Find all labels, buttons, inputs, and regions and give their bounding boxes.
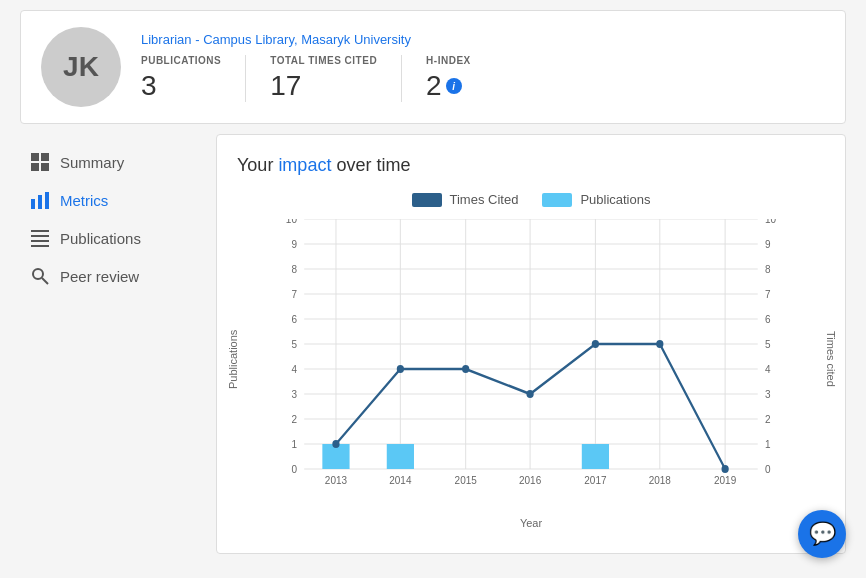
svg-text:0: 0 — [291, 463, 297, 476]
y-axis-left-label: Publications — [227, 219, 239, 499]
svg-rect-10 — [31, 245, 49, 247]
svg-text:5: 5 — [765, 338, 771, 351]
svg-text:9: 9 — [765, 238, 771, 251]
hindex-info-icon[interactable]: i — [446, 78, 462, 94]
dot-2013 — [332, 440, 339, 448]
svg-rect-3 — [41, 163, 49, 171]
svg-text:2017: 2017 — [584, 474, 606, 487]
publications-label: PUBLICATIONS — [141, 55, 221, 66]
avatar: JK — [41, 27, 121, 107]
publications-stat: PUBLICATIONS 3 — [141, 55, 246, 102]
publications-label: Publications — [60, 230, 141, 247]
svg-text:10: 10 — [765, 219, 776, 225]
svg-rect-1 — [41, 153, 49, 161]
svg-text:8: 8 — [291, 263, 297, 276]
chat-button[interactable]: 💬 — [798, 510, 846, 554]
svg-text:2013: 2013 — [325, 474, 347, 487]
svg-text:5: 5 — [291, 338, 297, 351]
svg-text:4: 4 — [291, 363, 297, 376]
times-cited-swatch — [412, 193, 442, 207]
dot-2016 — [526, 390, 533, 398]
sidebar: Summary Metrics Publication — [20, 134, 200, 554]
svg-text:6: 6 — [765, 313, 771, 326]
svg-rect-9 — [31, 240, 49, 242]
svg-rect-6 — [45, 192, 49, 209]
cited-stat: TOTAL TIMES CITED 17 — [270, 55, 402, 102]
svg-text:1: 1 — [291, 438, 297, 451]
chart-container: Publications Times cited — [237, 219, 825, 529]
dot-2017 — [592, 340, 599, 348]
chart-legend: Times Cited Publications — [237, 192, 825, 207]
cited-value: 17 — [270, 70, 377, 102]
svg-rect-8 — [31, 235, 49, 237]
sidebar-item-summary[interactable]: Summary — [20, 144, 200, 180]
svg-text:3: 3 — [291, 388, 297, 401]
svg-text:9: 9 — [291, 238, 297, 251]
svg-text:2: 2 — [291, 413, 297, 426]
svg-rect-0 — [31, 153, 39, 161]
chat-icon: 💬 — [809, 521, 836, 547]
sidebar-item-publications[interactable]: Publications — [20, 220, 200, 256]
svg-rect-4 — [31, 199, 35, 209]
chart-title: Your impact over time — [237, 155, 825, 176]
publications-value: 3 — [141, 70, 221, 102]
svg-text:2014: 2014 — [389, 474, 411, 487]
main-layout: Summary Metrics Publication — [20, 134, 846, 554]
sidebar-item-peer-review[interactable]: Peer review — [20, 258, 200, 294]
summary-label: Summary — [60, 154, 124, 171]
peer-review-label: Peer review — [60, 268, 139, 285]
profile-info: Librarian - Campus Library, Masaryk Univ… — [141, 32, 825, 102]
svg-text:7: 7 — [291, 288, 297, 301]
y-axis-right-label: Times cited — [825, 219, 837, 499]
cited-label: TOTAL TIMES CITED — [270, 55, 377, 66]
publications-swatch — [542, 193, 572, 207]
sidebar-item-metrics[interactable]: Metrics — [20, 182, 200, 218]
hindex-value: 2 i — [426, 70, 471, 102]
svg-text:2: 2 — [765, 413, 771, 426]
legend-times-cited: Times Cited — [412, 192, 519, 207]
profile-card: JK Librarian - Campus Library, Masaryk U… — [20, 10, 846, 124]
svg-rect-7 — [31, 230, 49, 232]
x-axis-label: Year — [277, 517, 785, 529]
svg-text:4: 4 — [765, 363, 771, 376]
publications-legend-label: Publications — [580, 192, 650, 207]
legend-publications: Publications — [542, 192, 650, 207]
svg-text:2018: 2018 — [649, 474, 671, 487]
svg-text:0: 0 — [765, 463, 771, 476]
hindex-stat: H-INDEX 2 i — [426, 55, 495, 102]
svg-point-11 — [33, 269, 43, 279]
chart-area: 10 9 8 7 6 5 4 3 2 1 0 10 9 8 7 6 — [277, 219, 785, 499]
svg-text:3: 3 — [765, 388, 771, 401]
pub-bar-2017 — [582, 444, 609, 469]
search-icon — [30, 266, 50, 286]
hindex-label: H-INDEX — [426, 55, 471, 66]
svg-text:2015: 2015 — [455, 474, 477, 487]
pub-bar-2014 — [387, 444, 414, 469]
stats-row: PUBLICATIONS 3 TOTAL TIMES CITED 17 H-IN… — [141, 55, 825, 102]
dot-2018 — [656, 340, 663, 348]
list-icon — [30, 228, 50, 248]
svg-text:1: 1 — [765, 438, 771, 451]
svg-rect-2 — [31, 163, 39, 171]
profile-title: Librarian - Campus Library, Masaryk Univ… — [141, 32, 825, 47]
svg-text:2016: 2016 — [519, 474, 541, 487]
svg-text:7: 7 — [765, 288, 771, 301]
svg-text:10: 10 — [286, 219, 297, 225]
svg-rect-5 — [38, 195, 42, 209]
dot-2014 — [397, 365, 404, 373]
chart-svg: 10 9 8 7 6 5 4 3 2 1 0 10 9 8 7 6 — [277, 219, 785, 499]
dot-2015 — [462, 365, 469, 373]
svg-text:2019: 2019 — [714, 474, 736, 487]
svg-line-12 — [42, 278, 48, 284]
bar-chart-icon — [30, 190, 50, 210]
dot-2019 — [722, 465, 729, 473]
times-cited-legend-label: Times Cited — [450, 192, 519, 207]
metrics-label: Metrics — [60, 192, 108, 209]
svg-text:8: 8 — [765, 263, 771, 276]
svg-text:6: 6 — [291, 313, 297, 326]
grid-icon — [30, 152, 50, 172]
content-panel: Your impact over time Times Cited Public… — [216, 134, 846, 554]
